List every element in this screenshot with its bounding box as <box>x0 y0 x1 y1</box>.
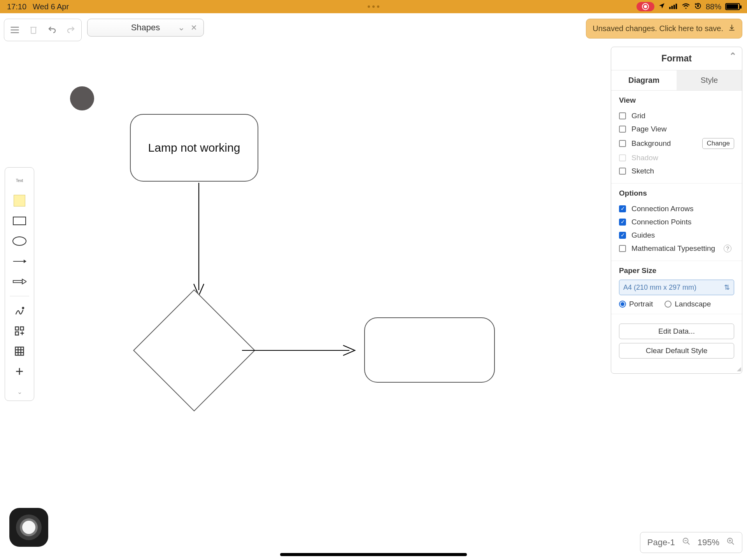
svg-line-34 <box>732 542 734 545</box>
format-panel: Format ⌃ Diagram Style View Grid Page Vi… <box>611 47 742 374</box>
opt-page-view[interactable]: Page View <box>619 122 734 136</box>
arrow-right[interactable] <box>242 345 359 356</box>
status-bar: 17:10 Wed 6 Apr 88% <box>0 0 747 13</box>
view-heading: View <box>619 96 734 105</box>
format-title: Format <box>661 53 692 63</box>
opt-guides[interactable]: Guides <box>619 229 734 242</box>
home-indicator[interactable] <box>280 553 467 556</box>
select-arrows-icon: ⇅ <box>724 283 730 292</box>
zoom-bar: Page-1 195% <box>640 532 742 553</box>
status-time: 17:10 <box>7 2 26 11</box>
section-paper: Paper Size A4 (210 mm x 297 mm) ⇅ Portra… <box>611 261 742 314</box>
arrow-down[interactable] <box>193 183 205 299</box>
shape-box-empty[interactable] <box>364 317 495 383</box>
resize-grip[interactable]: ◢ <box>611 364 742 373</box>
format-header[interactable]: Format ⌃ <box>611 47 742 70</box>
shape-box-lamp-text: Lamp not working <box>148 141 240 154</box>
opt-background[interactable]: BackgroundChange <box>619 136 734 151</box>
radio-portrait[interactable]: Portrait <box>619 300 653 308</box>
shape-diamond[interactable] <box>133 289 255 411</box>
paper-size-value: A4 (210 mm x 297 mm) <box>623 284 696 292</box>
wifi-icon <box>682 2 690 11</box>
cursor-touch-indicator <box>70 86 94 110</box>
zoom-value[interactable]: 195% <box>698 537 719 548</box>
svg-rect-1 <box>671 6 673 9</box>
options-heading: Options <box>619 189 734 198</box>
shape-box-lamp[interactable]: Lamp not working <box>130 114 258 182</box>
edit-data-button[interactable]: Edit Data... <box>619 324 734 339</box>
zoom-in-icon[interactable] <box>726 537 735 548</box>
opt-sketch[interactable]: Sketch <box>619 164 734 178</box>
multitask-dots[interactable] <box>368 5 379 8</box>
opt-shadow: Shadow <box>619 151 734 164</box>
status-date: Wed 6 Apr <box>33 2 69 11</box>
svg-rect-5 <box>697 5 699 7</box>
battery-percentage: 88% <box>706 2 721 11</box>
paper-heading: Paper Size <box>619 266 734 275</box>
svg-point-4 <box>686 7 687 9</box>
tab-style[interactable]: Style <box>677 70 742 90</box>
svg-line-31 <box>687 542 689 545</box>
battery-icon <box>725 3 740 10</box>
zoom-out-icon[interactable] <box>682 537 691 548</box>
status-right: 88% <box>637 2 740 12</box>
cellular-icon <box>669 2 678 11</box>
orientation-lock-icon <box>694 2 702 12</box>
svg-rect-2 <box>673 5 675 9</box>
page-label[interactable]: Page-1 <box>647 537 675 548</box>
assistive-touch[interactable] <box>9 508 48 547</box>
svg-rect-3 <box>675 4 677 9</box>
opt-math-typesetting[interactable]: Mathematical Typesetting? <box>619 242 734 255</box>
change-background-button[interactable]: Change <box>702 138 734 149</box>
paper-size-select[interactable]: A4 (210 mm x 297 mm) ⇅ <box>619 280 734 295</box>
location-icon <box>658 2 665 11</box>
svg-rect-0 <box>669 7 671 9</box>
radio-landscape[interactable]: Landscape <box>665 300 711 308</box>
screen-recording-indicator[interactable] <box>637 2 654 11</box>
tab-diagram[interactable]: Diagram <box>611 70 677 90</box>
help-icon[interactable]: ? <box>724 245 731 252</box>
opt-grid[interactable]: Grid <box>619 109 734 122</box>
opt-connection-arrows[interactable]: Connection Arrows <box>619 202 734 215</box>
collapse-icon[interactable]: ⌃ <box>729 51 736 61</box>
section-actions: Edit Data... Clear Default Style <box>611 314 742 364</box>
section-view: View Grid Page View BackgroundChange Sha… <box>611 91 742 184</box>
opt-connection-points[interactable]: Connection Points <box>619 215 734 229</box>
clear-default-style-button[interactable]: Clear Default Style <box>619 343 734 359</box>
section-options: Options Connection Arrows Connection Poi… <box>611 184 742 261</box>
